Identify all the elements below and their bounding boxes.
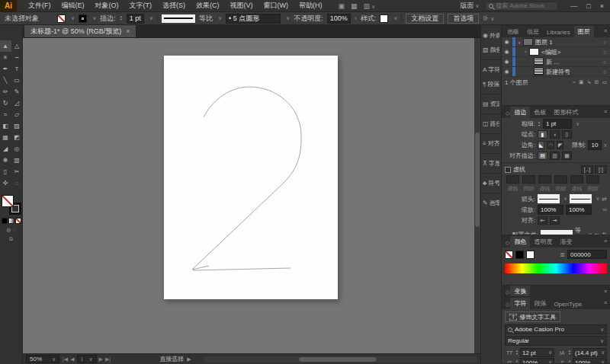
vertical-scrollbar[interactable]: [474, 38, 480, 353]
screen-mode-icon[interactable]: ⧉: [9, 236, 13, 242]
tab-stroke[interactable]: 描边: [510, 107, 530, 118]
align-outside-button[interactable]: ▦: [562, 152, 572, 160]
expand-icon[interactable]: >: [522, 49, 529, 54]
brush-definition[interactable]: • 5 点圆形: [226, 14, 281, 24]
panel-collapse-icon[interactable]: ◇: [503, 288, 510, 297]
arrange-documents-icon[interactable]: ▦: [351, 2, 358, 10]
column-graph-tool[interactable]: ▥: [11, 155, 23, 166]
dash-input[interactable]: [506, 175, 519, 184]
tab-artboards[interactable]: 画板: [503, 26, 523, 37]
gap-input[interactable]: [522, 175, 535, 184]
profile-select[interactable]: [541, 230, 573, 235]
color-spectrum-bar[interactable]: [505, 263, 607, 273]
align-center-button[interactable]: ▤: [538, 152, 547, 160]
tab-info[interactable]: 信息: [523, 26, 543, 37]
next-artboard-icon[interactable]: ▶: [99, 356, 103, 362]
mesh-tool[interactable]: ▦: [0, 132, 11, 143]
panel-collapse-icon[interactable]: ◇: [503, 238, 510, 247]
scale-tool[interactable]: ◿: [11, 97, 23, 109]
tab-transparency[interactable]: 透明度: [530, 236, 556, 247]
pencil-tool[interactable]: ✎: [11, 86, 23, 97]
vertical-scale-stepper[interactable]: ▲▼: [515, 359, 518, 364]
fill-swatch[interactable]: [57, 14, 66, 23]
arrow-end-dropdown-icon[interactable]: ∨: [596, 196, 599, 202]
document-layout-icon[interactable]: ▥∨: [364, 2, 376, 10]
document-setup-button[interactable]: 文档设置: [406, 14, 444, 24]
leading-select[interactable]: (14.4 pt)∨: [573, 348, 607, 357]
status-expand-icon[interactable]: ▶: [187, 356, 191, 362]
artboard-nav-select[interactable]: 1 ∨: [77, 355, 97, 363]
panel-paragraph[interactable]: ¶段落: [481, 77, 501, 91]
vertical-scrollbar-thumb[interactable]: [475, 133, 480, 227]
layer-row[interactable]: ◉ > <编组> ○: [502, 47, 610, 57]
rotate-tool[interactable]: ↻: [0, 97, 11, 109]
artboard[interactable]: [164, 56, 338, 299]
panel-brushes[interactable]: ✎画笔: [481, 196, 501, 210]
layer-name[interactable]: <编组>: [541, 48, 599, 56]
panel-appearance[interactable]: ◉外观: [481, 28, 501, 43]
arrow-end-select[interactable]: [570, 194, 592, 203]
arrow-scale-end[interactable]: 100%: [566, 205, 592, 215]
font-size-stepper[interactable]: ▲▼: [515, 350, 518, 356]
gradient-tool[interactable]: ◩: [11, 132, 23, 143]
line-segment-tool[interactable]: ╲: [0, 75, 11, 86]
hand-tool[interactable]: ✣: [0, 177, 11, 189]
artboard-tool[interactable]: ▯: [0, 166, 11, 177]
vertical-scale-select[interactable]: 100%∨: [520, 358, 554, 364]
horizontal-scrollbar-thumb[interactable]: [299, 357, 376, 362]
font-size-select[interactable]: 12 pt∨: [520, 348, 554, 357]
horizontal-scale-stepper[interactable]: ▲▼: [568, 359, 571, 364]
panel-symbols[interactable]: ♣符号: [481, 176, 501, 190]
arrow-align-end-button[interactable]: ⇥: [550, 216, 560, 225]
new-layer-icon[interactable]: ⊞: [595, 79, 599, 85]
font-family-select[interactable]: Adobe Caslon Pro ∨: [505, 324, 607, 334]
none-mode-button[interactable]: [15, 218, 21, 224]
swap-arrowheads-icon[interactable]: ⇄: [602, 196, 607, 203]
leading-stepper[interactable]: ▲▼: [568, 350, 571, 356]
style-dropdown-icon[interactable]: ∨: [393, 15, 397, 21]
arrow-scale-start[interactable]: 100%: [538, 205, 563, 215]
tab-graphic-styles[interactable]: 图形样式: [550, 107, 582, 118]
digit-2-path[interactable]: [192, 87, 301, 270]
draw-normal-icon[interactable]: ◍: [6, 227, 11, 233]
shape-builder-tool[interactable]: ◧: [0, 120, 11, 132]
maximize-button[interactable]: □: [586, 2, 590, 10]
stock-search[interactable]: [485, 2, 558, 11]
panel-pathfinder[interactable]: ◫路径查找器: [481, 117, 501, 131]
width-profile-preview[interactable]: [162, 14, 195, 23]
panel-glyphs[interactable]: ⊼字形: [481, 156, 501, 171]
bridge-icon[interactable]: ▣: [339, 2, 345, 10]
cap-round-button[interactable]: ◖: [550, 130, 560, 139]
pen-tool[interactable]: ✒: [0, 63, 11, 75]
direct-selection-tool[interactable]: △: [11, 40, 23, 52]
slice-tool[interactable]: ✂: [11, 166, 23, 177]
menu-select[interactable]: 选择(S): [157, 1, 191, 11]
document-tab[interactable]: 未标题-1* @ 50% (RGB/预览) ×: [24, 25, 136, 37]
menu-object[interactable]: 对象(O): [90, 1, 124, 11]
link-scale-icon[interactable]: ∞: [602, 206, 607, 213]
black-swatch[interactable]: [515, 251, 524, 259]
visibility-eye-icon[interactable]: ◉: [502, 69, 512, 75]
panel-character[interactable]: A字符: [481, 62, 501, 77]
tab-gradient[interactable]: 渐变: [556, 236, 576, 247]
opacity-expand-icon[interactable]: ›: [355, 14, 357, 22]
transform-panel-header[interactable]: ◇ 变换 ≡: [502, 286, 610, 297]
blend-tool[interactable]: ◎: [11, 143, 23, 155]
align-dash-icon[interactable]: [:]: [595, 165, 607, 174]
expand-icon[interactable]: ∨: [515, 40, 523, 45]
layer-thumbnail[interactable]: [523, 38, 533, 46]
paintbrush-tool[interactable]: ✏: [0, 86, 11, 97]
tab-libraries[interactable]: Libraries: [543, 27, 574, 37]
stroke-weight-stepper[interactable]: ▲▼: [120, 15, 123, 21]
layer-name[interactable]: 新 ...: [546, 58, 599, 66]
menu-effect[interactable]: 效果(C): [191, 1, 225, 11]
menu-edit[interactable]: 编辑(E): [56, 1, 90, 11]
target-icon[interactable]: ○: [599, 69, 610, 75]
fill-dropdown-icon[interactable]: ∨: [71, 15, 75, 21]
panel-menu-icon[interactable]: ≡: [604, 300, 607, 305]
target-icon[interactable]: ○: [599, 40, 610, 45]
prev-artboard-icon[interactable]: ◀: [70, 356, 74, 362]
first-artboard-icon[interactable]: |◀: [63, 356, 68, 362]
visibility-eye-icon[interactable]: ◉: [502, 59, 512, 65]
target-icon[interactable]: ○: [599, 49, 610, 55]
